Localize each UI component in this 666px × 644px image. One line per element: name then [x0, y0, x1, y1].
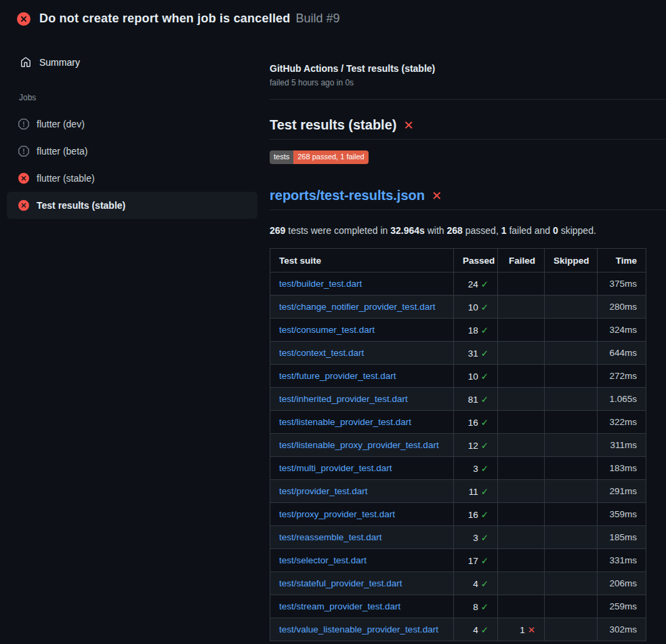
sidebar-job-label: Test results (stable)	[37, 200, 125, 211]
failed-total: 1	[501, 225, 507, 236]
table-row: test/consumer_test.dart18✓324ms	[270, 319, 646, 342]
passed-count: 18	[468, 325, 478, 336]
test-suite-link[interactable]: test/context_test.dart	[279, 348, 364, 358]
skipped-cell	[545, 365, 598, 388]
test-suite-link[interactable]: test/value_listenable_provider_test.dart	[279, 624, 438, 635]
skipped-cell	[545, 572, 598, 595]
time-cell: 311ms	[598, 434, 646, 457]
failed-cell	[498, 503, 545, 526]
table-row: test/value_listenable_provider_test.dart…	[270, 618, 646, 641]
passed-count: 16	[468, 418, 478, 428]
column-header-passed: Passed	[454, 249, 498, 273]
skipped-cell	[545, 618, 598, 641]
test-suite-link[interactable]: test/proxy_provider_test.dart	[279, 509, 395, 519]
sidebar-item-flutter-beta[interactable]: flutter (beta)	[7, 138, 257, 165]
failed-status-icon	[18, 173, 29, 184]
time-cell: 302ms	[598, 618, 646, 641]
column-header-failed: Failed	[498, 249, 545, 273]
sidebar-item-flutter-dev[interactable]: flutter (dev)	[7, 110, 257, 138]
failed-cell	[498, 572, 545, 595]
test-suite-link[interactable]: test/stream_provider_test.dart	[279, 601, 400, 611]
sidebar-item-test-results-stable[interactable]: Test results (stable)	[7, 192, 257, 219]
report-file-heading[interactable]: reports/test-results.json ✕	[270, 188, 666, 210]
test-suite-link[interactable]: test/future_provider_test.dart	[279, 371, 396, 381]
time-cell: 324ms	[598, 319, 646, 342]
check-icon: ✓	[481, 371, 488, 382]
table-row: test/reassemble_test.dart3✓185ms	[270, 526, 646, 549]
divider	[270, 99, 666, 100]
passed-count: 17	[468, 556, 478, 566]
cancelled-icon	[18, 146, 29, 157]
build-number: Build #9	[295, 12, 339, 26]
test-suite-link[interactable]: test/selector_test.dart	[279, 555, 367, 565]
test-suite-link[interactable]: test/listenable_provider_test.dart	[279, 417, 411, 427]
table-row: test/selector_test.dart17✓331ms	[270, 549, 646, 572]
test-suite-link[interactable]: test/builder_test.dart	[279, 279, 362, 289]
test-suite-link[interactable]: test/multi_provider_test.dart	[279, 463, 392, 473]
failed-cell	[498, 296, 545, 319]
passed-count: 4	[473, 625, 478, 635]
check-icon: ✓	[481, 325, 488, 336]
sidebar-item-flutter-stable[interactable]: flutter (stable)	[7, 165, 257, 192]
sidebar-item-summary[interactable]: Summary	[0, 53, 264, 72]
skipped-cell	[545, 434, 598, 457]
table-header-row: Test suite Passed Failed Skipped Time	[270, 249, 646, 273]
passed-count: 10	[468, 371, 478, 382]
table-row: test/provider_test.dart11✓291ms	[270, 480, 646, 503]
passed-count: 8	[473, 602, 478, 612]
passed-count: 4	[473, 579, 478, 589]
passed-cell: 16✓	[454, 411, 498, 434]
check-icon: ✓	[481, 441, 488, 451]
time-cell: 185ms	[598, 526, 646, 549]
skipped-cell	[545, 411, 598, 434]
failed-cell	[498, 273, 545, 296]
page-header: Do not create report when job is cancell…	[0, 0, 666, 26]
test-suite-link[interactable]: test/listenable_proxy_provider_test.dart	[279, 440, 439, 450]
skipped-cell	[545, 457, 598, 480]
column-header-test-suite: Test suite	[270, 249, 454, 273]
time-cell: 644ms	[598, 342, 646, 365]
test-suite-link[interactable]: test/reassemble_test.dart	[279, 532, 382, 542]
passed-cell: 3✓	[454, 457, 498, 480]
table-row: test/stream_provider_test.dart8✓259ms	[270, 595, 646, 618]
passed-count: 31	[468, 348, 478, 359]
passed-cell: 4✓	[454, 618, 498, 641]
test-summary-line: 269 tests were completed in 32.964s with…	[270, 225, 666, 236]
check-icon: ✓	[481, 556, 488, 566]
failed-cell	[498, 457, 545, 480]
time-cell: 331ms	[598, 549, 646, 572]
failed-status-icon	[18, 200, 29, 211]
skipped-total: 0	[553, 225, 558, 236]
table-row: test/builder_test.dart24✓375ms	[270, 273, 646, 296]
failed-cell	[498, 388, 545, 411]
skipped-cell	[545, 526, 598, 549]
check-icon: ✓	[481, 464, 488, 474]
passed-cell: 12✓	[454, 434, 498, 457]
check-icon: ✓	[481, 602, 488, 612]
test-suite-link[interactable]: test/provider_test.dart	[279, 486, 368, 496]
sidebar-job-label: flutter (dev)	[37, 119, 85, 129]
failed-count: 1	[520, 625, 525, 635]
report-file-link[interactable]: reports/test-results.json	[270, 188, 425, 203]
passed-cell: 4✓	[454, 572, 498, 595]
table-row: test/future_provider_test.dart10✓272ms	[270, 365, 646, 388]
check-icon: ✓	[481, 510, 488, 520]
test-results-table: Test suite Passed Failed Skipped Time te…	[270, 248, 646, 641]
test-suite-link[interactable]: test/inherited_provider_test.dart	[279, 394, 408, 404]
test-suite-link[interactable]: test/stateful_provider_test.dart	[279, 578, 402, 588]
badge-value: 268 passed, 1 failed	[293, 150, 368, 164]
passed-cell: 8✓	[454, 595, 498, 618]
passed-cell: 10✓	[454, 296, 498, 319]
column-header-skipped: Skipped	[545, 249, 598, 273]
time-cell: 183ms	[598, 457, 646, 480]
table-row: test/inherited_provider_test.dart81✓1.06…	[270, 388, 646, 411]
test-suite-link[interactable]: test/change_notifier_provider_test.dart	[279, 302, 435, 312]
passed-cell: 3✓	[454, 526, 498, 549]
test-table-body: test/builder_test.dart24✓375mstest/chang…	[270, 273, 646, 641]
test-suite-link[interactable]: test/consumer_test.dart	[279, 325, 375, 335]
passed-cell: 81✓	[454, 388, 498, 411]
check-icon: ✓	[481, 579, 488, 589]
time-cell: 259ms	[598, 595, 646, 618]
tests-badge: tests 268 passed, 1 failed	[270, 150, 369, 164]
table-row: test/listenable_provider_test.dart16✓322…	[270, 411, 646, 434]
